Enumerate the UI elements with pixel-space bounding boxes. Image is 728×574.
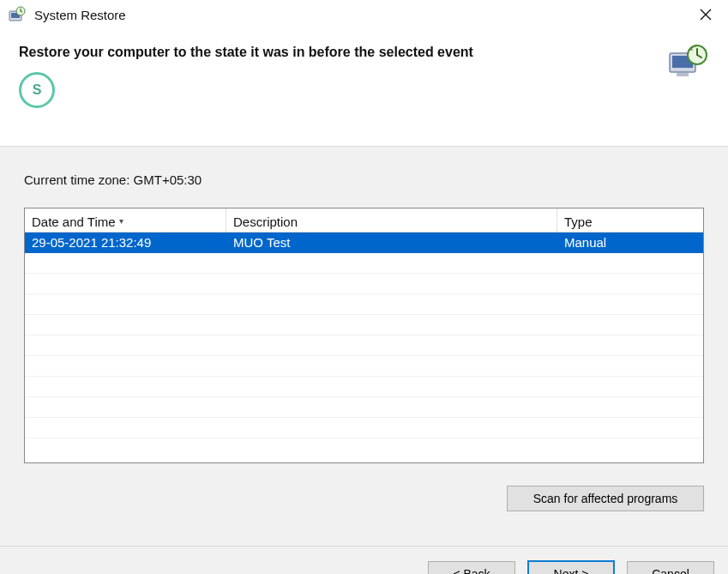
column-header-datetime-label: Date and Time [32, 214, 116, 229]
wizard-content: Current time zone: GMT+05:30 Date and Ti… [0, 147, 728, 547]
table-row[interactable] [25, 274, 703, 294]
wizard-header: Restore your computer to the state it wa… [0, 29, 728, 147]
system-restore-icon [9, 6, 26, 23]
table-header: Date and Time ▾ Description Type [25, 208, 703, 233]
restore-computer-icon [668, 45, 709, 79]
table-row[interactable] [25, 438, 703, 459]
back-button[interactable]: < Back [428, 561, 515, 574]
column-header-description-label: Description [233, 214, 298, 229]
cancel-button[interactable]: Cancel [627, 561, 714, 574]
wizard-heading: Restore your computer to the state it wa… [19, 45, 473, 60]
close-icon [700, 9, 712, 21]
sort-descending-icon: ▾ [119, 216, 123, 226]
svg-rect-5 [677, 73, 689, 76]
close-button[interactable] [689, 2, 723, 27]
watermark-badge: S [19, 72, 55, 108]
scan-affected-programs-button[interactable]: Scan for affected programs [507, 486, 704, 511]
table-row[interactable]: 29-05-2021 21:32:49 MUO Test Manual [25, 233, 703, 253]
table-row[interactable] [25, 418, 703, 438]
timezone-label: Current time zone: GMT+05:30 [24, 172, 704, 187]
watermark-text: S [33, 82, 42, 98]
table-row[interactable] [25, 294, 703, 315]
column-header-type-label: Type [564, 214, 593, 229]
window-title: System Restore [34, 8, 689, 22]
table-row[interactable] [25, 397, 703, 418]
table-row[interactable] [25, 335, 703, 356]
table-row[interactable] [25, 377, 703, 397]
wizard-footer: < Back Next > Cancel [0, 547, 728, 574]
cell-description: MUO Test [226, 235, 557, 250]
restore-points-table: Date and Time ▾ Description Type 29-05-2… [24, 208, 704, 463]
column-header-description[interactable]: Description [226, 208, 557, 232]
table-row[interactable] [25, 315, 703, 335]
table-row[interactable] [25, 356, 703, 377]
column-header-datetime[interactable]: Date and Time ▾ [25, 208, 226, 232]
cell-type: Manual [557, 235, 703, 250]
column-header-type[interactable]: Type [557, 208, 703, 232]
next-button[interactable]: Next > [527, 560, 615, 574]
cell-datetime: 29-05-2021 21:32:49 [25, 235, 226, 250]
table-row[interactable] [25, 253, 703, 274]
table-body: 29-05-2021 21:32:49 MUO Test Manual [25, 233, 703, 462]
titlebar: System Restore [0, 0, 728, 29]
